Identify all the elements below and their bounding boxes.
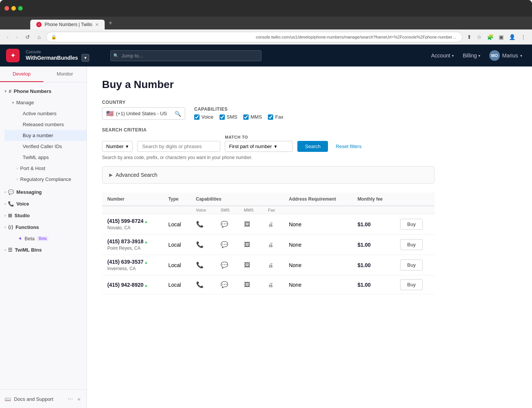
- address-cell: None: [283, 275, 352, 294]
- reset-filters-button[interactable]: Reset filters: [332, 141, 365, 152]
- tab-monitor[interactable]: Monitor: [43, 66, 87, 82]
- menu-icon[interactable]: ⋮: [519, 32, 527, 42]
- browser-toolbar: ‹ › ↺ ⌂ 🔒 console.twilio.com/us1/develop…: [0, 29, 532, 45]
- manage-header[interactable]: ▾ Manage: [5, 97, 87, 108]
- released-numbers-label: Released numbers: [23, 122, 64, 127]
- docs-menu-icon[interactable]: ⋯: [68, 396, 73, 402]
- voice-capability-icon: 📞: [196, 221, 204, 227]
- buy-button[interactable]: Buy: [400, 260, 423, 270]
- search-button[interactable]: Search: [297, 141, 328, 152]
- col-capabilities: Capabilities: [191, 193, 284, 206]
- port-host-header[interactable]: › Port & Host: [5, 163, 87, 174]
- country-select[interactable]: 🇺🇸 (+1) United States - US 🔍: [102, 107, 185, 120]
- col-monthly-fee: Monthly fee: [352, 193, 395, 206]
- sidebar-item-buy-number[interactable]: Buy a number: [5, 130, 87, 141]
- billing-label: Billing: [463, 53, 477, 59]
- sidebar-item-verified-caller-ids[interactable]: Verified Caller IDs: [5, 141, 87, 152]
- fax-capability-icon: 🖨: [268, 262, 273, 268]
- mms-capability[interactable]: MMS: [243, 114, 262, 120]
- match-select[interactable]: First part of number ▾: [225, 141, 293, 152]
- number-cell: (415) 599-8724▲: [107, 218, 158, 224]
- voice-cap-cell: 📞: [191, 275, 215, 294]
- address-bar[interactable]: 🔒 console.twilio.com/us1/develop/phone-n…: [46, 32, 462, 42]
- bookmark-icon[interactable]: ☆: [475, 32, 483, 42]
- logo-icon: ✦: [10, 51, 16, 60]
- table-row: (415) 599-8724▲ Novato, CA Local 📞 💬 🖼 🖨…: [102, 214, 435, 235]
- tab-close-button[interactable]: ✕: [95, 22, 99, 27]
- verified-caller-ids-label: Verified Caller IDs: [23, 144, 62, 149]
- studio-icon: ⊞: [8, 213, 12, 218]
- billing-menu[interactable]: Billing ▾: [459, 50, 484, 61]
- new-tab-button[interactable]: +: [105, 18, 116, 29]
- criteria-select[interactable]: Number ▾: [102, 141, 133, 152]
- voice-checkbox[interactable]: [194, 114, 200, 120]
- sidebar-item-released-numbers[interactable]: Released numbers: [5, 119, 87, 130]
- search-input[interactable]: [137, 141, 220, 152]
- buy-button[interactable]: Buy: [400, 219, 423, 230]
- sidebar-collapse-button[interactable]: «: [76, 394, 82, 403]
- phone-numbers-header[interactable]: ▾ # Phone Numbers: [0, 85, 87, 97]
- twiml-bins-header[interactable]: › ☰ TwiML Bins: [0, 244, 87, 256]
- sidebar-item-beta[interactable]: ✦ Beta Beta: [0, 233, 87, 244]
- advanced-search-box[interactable]: ▶ Advanced Search: [102, 166, 435, 184]
- voice-capability[interactable]: Voice: [194, 114, 213, 120]
- reload-button[interactable]: ↺: [23, 32, 32, 42]
- voice-cap-cell: 📞: [191, 255, 215, 275]
- number-location: Point Reyes, CA: [107, 246, 158, 251]
- user-name: Marius: [502, 53, 518, 59]
- col-fax-sub: Fax: [263, 206, 283, 214]
- minimize-window-button[interactable]: [11, 6, 16, 11]
- active-numbers-label: Active numbers: [23, 111, 57, 116]
- sms-capability[interactable]: SMS: [220, 114, 237, 120]
- mms-checkbox[interactable]: [243, 114, 249, 120]
- address-text: console.twilio.com/us1/develop/phone-num…: [256, 35, 458, 39]
- share-icon[interactable]: ⬆: [466, 32, 473, 42]
- search-criteria-label: Search criteria: [102, 127, 435, 133]
- fax-capability[interactable]: Fax: [268, 114, 283, 120]
- brand-toggle-button[interactable]: ▾: [82, 54, 89, 62]
- search-criteria-label-group: Search criteria: [102, 127, 435, 133]
- voice-cap-cell: 📞: [191, 235, 215, 255]
- functions-header[interactable]: › ⟨/⟩ Functions: [0, 221, 87, 233]
- voice-capability-icon: 📞: [196, 241, 204, 248]
- trend-icon: ▲: [144, 283, 148, 287]
- sms-capability-icon: 💬: [221, 241, 228, 248]
- billing-chevron-icon: ▾: [478, 54, 480, 58]
- header-right: Account ▾ Billing ▾ MO Marius ▾: [427, 48, 526, 63]
- phone-numbers-collapse-icon: ▾: [5, 89, 6, 93]
- forward-button[interactable]: ›: [14, 32, 20, 42]
- profile-icon[interactable]: 👤: [507, 32, 517, 42]
- advanced-search-label: Advanced Search: [116, 172, 158, 178]
- sidebar-item-twiml-apps[interactable]: TwiML apps: [5, 152, 87, 163]
- buy-button[interactable]: Buy: [400, 279, 423, 290]
- sms-capability-icon: 💬: [221, 221, 228, 227]
- sidebar-nav: ▾ # Phone Numbers ▾ Manage Active number…: [0, 82, 87, 389]
- voice-header[interactable]: › 📞 Voice: [0, 198, 87, 210]
- tab-develop[interactable]: Develop: [0, 66, 43, 82]
- results-table: Number Type Capabilities Address Require…: [102, 193, 435, 294]
- match-chevron-icon: ▾: [274, 144, 277, 149]
- account-menu[interactable]: Account ▾: [427, 50, 458, 61]
- fax-checkbox[interactable]: [268, 114, 273, 120]
- user-menu[interactable]: MO Marius ▾: [486, 48, 526, 63]
- header-search-input[interactable]: [110, 50, 261, 61]
- close-window-button[interactable]: [5, 6, 9, 11]
- sms-checkbox[interactable]: [220, 114, 225, 120]
- extensions-icon[interactable]: 🧩: [486, 32, 495, 42]
- messaging-label: Messaging: [16, 189, 42, 195]
- messaging-header[interactable]: › 💬 Messaging: [0, 186, 87, 198]
- tab-favicon: T: [36, 22, 42, 27]
- studio-header[interactable]: › ⊞ Studio: [0, 210, 87, 221]
- maximize-window-button[interactable]: [18, 6, 23, 11]
- fax-cap-cell: 🖨: [263, 275, 283, 294]
- criteria-value: Number: [106, 144, 124, 149]
- home-button[interactable]: ⌂: [35, 32, 43, 42]
- fax-cap-cell: 🖨: [263, 235, 283, 255]
- buy-button[interactable]: Buy: [400, 239, 423, 250]
- active-tab[interactable]: T Phone Numbers | Twilio ✕: [30, 20, 105, 29]
- reader-view-icon[interactable]: ▣: [497, 32, 505, 42]
- regulatory-header[interactable]: › Regulatory Compliance: [5, 174, 87, 185]
- voice-cap-cell: 📞: [191, 214, 215, 235]
- back-button[interactable]: ‹: [5, 32, 11, 42]
- sidebar-item-active-numbers[interactable]: Active numbers: [5, 108, 87, 119]
